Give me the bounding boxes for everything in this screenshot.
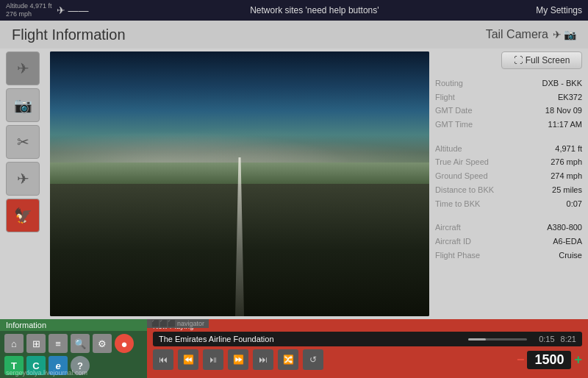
fast-forward-btn[interactable]: ⏩ — [228, 349, 248, 370]
icon-settings[interactable]: ⚙ — [93, 334, 112, 353]
ground-speed-value: 274 mph — [551, 169, 582, 183]
true-air-speed-row: True Air Speed 276 mph — [435, 155, 582, 169]
icon-list[interactable]: ≡ — [49, 334, 68, 353]
aircraft-section: Aircraft A380-800 Aircraft ID A6-EDA Fli… — [435, 221, 582, 262]
camera-icon: 📷 — [564, 29, 576, 40]
flight-value: EK372 — [558, 90, 582, 104]
routing-value: DXB - BKK — [542, 76, 582, 90]
top-bar: Altitude 4,971 ft 276 mph ✈ —— Network s… — [0, 0, 588, 21]
volume-minus-btn[interactable]: − — [517, 352, 525, 368]
plane-icon: ✈ —— — [57, 4, 89, 16]
sidebar-icons: ✈ 📷 ✂ ✈ 🦅 — [6, 51, 44, 316]
altitude-value: 4,971 ft — [555, 142, 582, 156]
volume-plus-btn[interactable]: + — [574, 352, 582, 368]
repeat-btn[interactable]: ↺ — [303, 349, 323, 370]
volume-display: 1500 — [527, 351, 571, 369]
gmt-date-row: GMT Date 18 Nov 09 — [435, 104, 582, 118]
skip-forward-btn[interactable]: ⏭ — [253, 349, 273, 370]
flight-phase-row: Flight Phase Cruise — [435, 249, 582, 263]
time-label: Time to BKK — [435, 197, 480, 211]
aircraft-id-label: Aircraft ID — [435, 235, 471, 249]
plane-small-icon: ✈ — [553, 29, 562, 40]
camera-icons: ✈ 📷 — [553, 29, 576, 40]
speed-text: 276 mph — [6, 10, 52, 18]
icon-search[interactable]: 🔍 — [71, 334, 90, 353]
camera-view — [50, 51, 429, 316]
routing-label: Routing — [435, 76, 463, 90]
altitude-row: Altitude 4,971 ft — [435, 142, 582, 156]
routing-row: Routing DXB - BKK — [435, 76, 582, 90]
icon-grid[interactable]: ⊞ — [26, 334, 46, 353]
fullscreen-icon: ⛶ — [514, 55, 523, 65]
navigator-label: navigator — [177, 320, 204, 327]
distance-label: Distance to BKK — [435, 183, 494, 197]
aircraft-id-row: Aircraft ID A6-EDA — [435, 235, 582, 249]
gmt-time-label: GMT Time — [435, 118, 473, 132]
track-progress-bar — [468, 338, 527, 340]
gmt-date-value: 18 Nov 09 — [545, 104, 582, 118]
header-row: Flight Information Tail Camera ✈ 📷 — [0, 21, 588, 49]
aircraft-id-value: A6-EDA — [553, 235, 582, 249]
notification-text: Network sites 'need help buttons' — [93, 5, 536, 15]
speed-section: Altitude 4,971 ft True Air Speed 276 mph… — [435, 142, 582, 210]
aircraft-label: Aircraft — [435, 221, 461, 235]
sidebar-plane-btn[interactable]: ✈ — [6, 51, 40, 85]
flight-data-table: Routing DXB - BKK Flight EK372 GMT Date … — [435, 76, 582, 268]
gmt-date-label: GMT Date — [435, 104, 473, 118]
track-total-time: 8:21 — [561, 335, 576, 343]
distance-row: Distance to BKK 25 miles — [435, 183, 582, 197]
icon-home[interactable]: ⌂ — [4, 334, 24, 353]
volume-section: − 1500 + — [517, 351, 582, 369]
flight-label: Flight — [435, 90, 455, 104]
altitude-label: Altitude — [435, 142, 462, 156]
page-title: Flight Information — [12, 26, 126, 43]
flight-phase-value: Cruise — [559, 249, 582, 263]
flight-phase-label: Flight Phase — [435, 249, 480, 263]
aircraft-row: Aircraft A380-800 — [435, 221, 582, 235]
flight-row: Flight EK372 — [435, 90, 582, 104]
gmt-time-row: GMT Time 11:17 AM — [435, 118, 582, 132]
sidebar-camera-btn[interactable]: 📷 — [6, 88, 40, 122]
tail-camera-label: Tail Camera — [486, 28, 548, 41]
nav-icons: ⬛⬛⬛ — [151, 320, 176, 327]
settings-link[interactable]: My Settings — [536, 5, 582, 15]
track-name: The Emirates Airline Foundation — [159, 335, 462, 343]
navigator-badge: ⬛⬛⬛ navigator — [147, 319, 209, 328]
fullscreen-button[interactable]: ⛶ Full Screen — [501, 51, 582, 69]
altitude-info: Altitude 4,971 ft 276 mph — [6, 2, 52, 18]
content-row: ✈ 📷 ✂ ✈ 🦅 ⛶ Full Screen Routing — [0, 49, 588, 319]
ground-speed-label: Ground Speed — [435, 169, 488, 183]
main-content: Flight Information Tail Camera ✈ 📷 ✈ 📷 ✂… — [0, 21, 588, 319]
gmt-time-value: 11:17 AM — [548, 118, 582, 132]
watermark: sergeydolya.livejournal.com — [6, 369, 87, 377]
play-pause-btn[interactable]: ⏯ — [203, 349, 223, 370]
skip-back-btn[interactable]: ⏮ — [153, 349, 173, 370]
route-section: Routing DXB - BKK Flight EK372 GMT Date … — [435, 76, 582, 132]
icon-stop[interactable]: ● — [115, 334, 134, 353]
volume-value: 1500 — [534, 352, 564, 367]
true-air-speed-label: True Air Speed — [435, 155, 489, 169]
now-playing-section: Now Playing The Emirates Airline Foundat… — [147, 319, 588, 378]
fullscreen-label: Full Screen — [526, 55, 570, 65]
information-label: Information — [0, 319, 147, 331]
shuffle-btn[interactable]: 🔀 — [278, 349, 298, 370]
time-row: Time to BKK 0:07 — [435, 197, 582, 211]
sidebar-info-btn[interactable]: ✈ — [6, 162, 40, 196]
info-panel: ⛶ Full Screen Routing DXB - BKK Flight E… — [435, 51, 582, 316]
ground-speed-row: Ground Speed 274 mph — [435, 169, 582, 183]
true-air-speed-value: 276 mph — [551, 155, 582, 169]
altitude-text: Altitude 4,971 ft — [6, 2, 52, 10]
rewind-btn[interactable]: ⏪ — [178, 349, 198, 370]
track-current-time: 0:15 — [539, 335, 554, 343]
distance-value: 25 miles — [552, 183, 582, 197]
now-playing-track: The Emirates Airline Foundation 0:15 8:2… — [153, 332, 582, 346]
time-value: 0:07 — [567, 197, 582, 211]
track-progress-fill — [468, 338, 486, 340]
tail-camera-section: Tail Camera ✈ 📷 — [486, 28, 576, 41]
playback-controls: ⏮ ⏪ ⏯ ⏩ ⏭ 🔀 ↺ − 1500 + — [153, 349, 582, 370]
sidebar-map-btn[interactable]: ✂ — [6, 125, 40, 159]
aircraft-value: A380-800 — [547, 221, 582, 235]
sidebar-emirates-btn[interactable]: 🦅 — [6, 199, 40, 232]
bottom-area: Information ⌂ ⊞ ≡ 🔍 ⚙ ● T C e ? ⬛⬛⬛ navi… — [0, 319, 588, 378]
now-playing-label: Now Playing — [153, 322, 582, 330]
